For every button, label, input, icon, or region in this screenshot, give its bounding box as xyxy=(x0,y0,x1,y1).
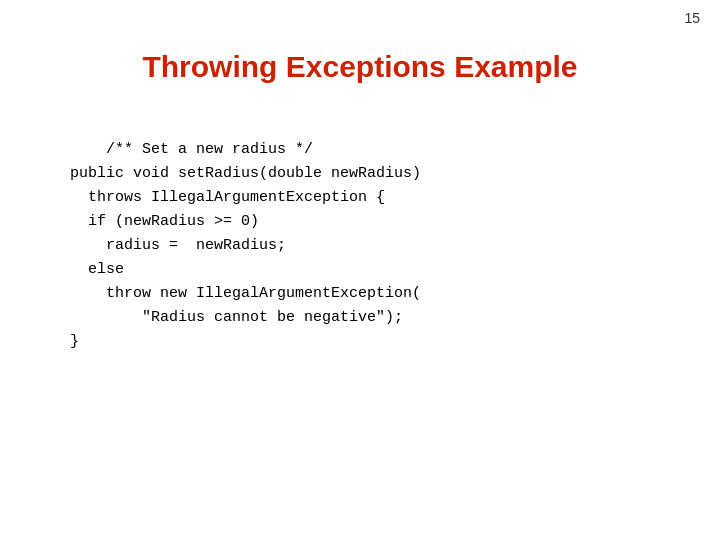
slide-number: 15 xyxy=(684,10,700,26)
code-line-4: if (newRadius >= 0) xyxy=(70,213,259,230)
code-block: /** Set a new radius */ public void setR… xyxy=(70,114,680,378)
slide-title: Throwing Exceptions Example xyxy=(40,50,680,84)
code-line-8: "Radius cannot be negative"); xyxy=(70,309,403,326)
code-line-2: public void setRadius(double newRadius) xyxy=(70,165,421,182)
code-line-1: /** Set a new radius */ xyxy=(106,141,313,158)
code-line-5: radius = newRadius; xyxy=(70,237,286,254)
code-line-3: throws IllegalArgumentException { xyxy=(70,189,385,206)
code-line-6: else xyxy=(70,261,124,278)
slide-container: 15 Throwing Exceptions Example /** Set a… xyxy=(0,0,720,540)
code-line-7: throw new IllegalArgumentException( xyxy=(70,285,421,302)
code-line-9: } xyxy=(70,333,79,350)
